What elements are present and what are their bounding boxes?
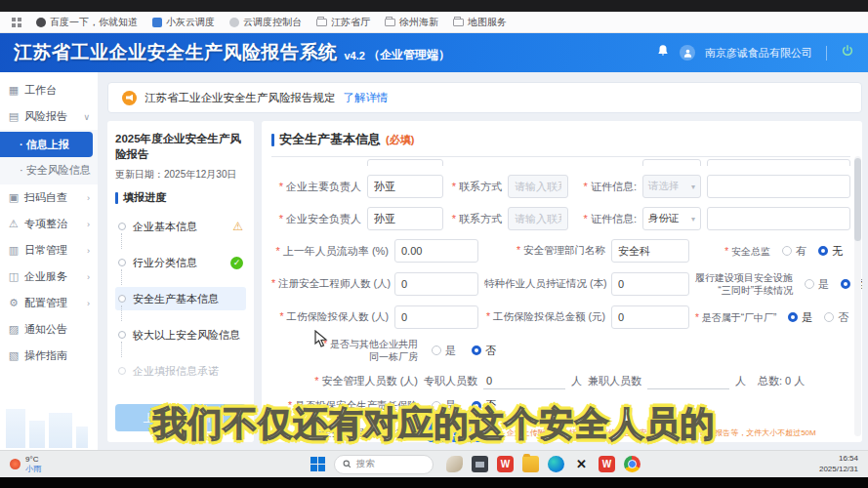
file-explorer-icon[interactable] <box>522 456 539 472</box>
sidebar-item-special-rectify[interactable]: ⚠ 专项整治 › <box>0 211 98 237</box>
bookmark-cloud-dispatch[interactable]: 小灰云调度 <box>152 16 215 29</box>
amount-input[interactable] <box>611 305 689 329</box>
avatar[interactable] <box>680 45 695 61</box>
wps-office-icon[interactable]: W <box>599 456 615 472</box>
bell-icon[interactable] <box>656 44 670 61</box>
radio-label: 有 <box>796 244 806 259</box>
browser-chrome-top <box>0 0 868 12</box>
special-input[interactable] <box>611 272 689 296</box>
step-major-risk[interactable]: 较大以上安全风险信息 <box>115 323 246 346</box>
share-radio-no[interactable]: 否 <box>472 344 496 358</box>
sidebar-item-workbench[interactable]: ▦ 工作台 <box>0 77 98 103</box>
sidebar-item-label: 安全风险信息 <box>26 163 91 178</box>
step-label: 行业分类信息 <box>133 256 197 270</box>
wps-icon[interactable]: W <box>497 456 514 472</box>
upload-icon: ↥ <box>435 427 444 438</box>
chevron-right-icon: › <box>87 193 90 203</box>
clipped-select[interactable] <box>642 159 701 166</box>
sidebar-item-scan-selfcheck[interactable]: ▣ 扫码自查 › <box>0 184 98 211</box>
form-row-main-leader: 企业主要负责人 联系方式 证件信息: 请选择 ▾ <box>271 175 850 198</box>
main-cert-number-input[interactable] <box>707 175 850 198</box>
label-line1: 履行建设项目安全设施 <box>695 272 793 283</box>
upload-attachment-button[interactable]: ↥ 上传附件 <box>424 422 501 442</box>
step-industry-class[interactable]: 行业分类信息 ✓ <box>115 251 246 274</box>
director-radio-no[interactable]: 无 <box>818 244 843 259</box>
clipped-input[interactable] <box>367 159 443 166</box>
logout-power-icon[interactable] <box>841 44 854 61</box>
engineer-input[interactable] <box>394 272 478 296</box>
fif-radio-yes[interactable]: 是 <box>788 310 812 325</box>
safety-contact-input[interactable] <box>508 207 568 230</box>
main-contact-input[interactable] <box>508 175 568 198</box>
main-leader-label: 企业主要负责人 <box>271 180 361 194</box>
form-scrollbar-thumb[interactable] <box>854 158 861 241</box>
sidebar-item-label: 配置管理 <box>24 296 67 310</box>
director-radio-yes[interactable]: 有 <box>782 244 806 259</box>
safety-leader-input[interactable] <box>367 207 443 230</box>
apps-grid-icon[interactable] <box>12 18 21 27</box>
app-version: v4.2 <box>345 50 365 61</box>
caret-down-icon: ▾ <box>691 215 695 224</box>
sidebar-item-info-report[interactable]: · 信息上报 <box>0 132 93 157</box>
parttime-label: 兼职人员数 <box>588 374 641 388</box>
share-radio-yes[interactable]: 是 <box>432 344 456 358</box>
edge-icon[interactable] <box>548 456 564 472</box>
sidebar-item-notice[interactable]: ▨ 通知公告 <box>0 316 98 343</box>
radio-label: 否 <box>838 310 848 325</box>
safety-director-radio-group: 安全总监 有 无 <box>724 244 850 259</box>
sidebar-item-risk-report[interactable]: ▤ 风险报告 ∨ <box>0 103 98 130</box>
notice-detail-link[interactable]: 了解详情 <box>344 91 389 105</box>
sidebar-item-label: 通知公告 <box>24 322 67 337</box>
main-cert-type-select[interactable]: 请选择 ▾ <box>642 175 701 198</box>
bookmark-cloud-console[interactable]: 云调度控制台 <box>229 16 302 29</box>
dept-input[interactable] <box>611 239 689 263</box>
bookmark-baidu[interactable]: 百度一下，你就知道 <box>36 16 138 29</box>
sidebar-item-label: 专项整治 <box>24 217 67 231</box>
step-safety-basic[interactable]: 安全生产基本信息 <box>115 287 246 310</box>
x-app-icon[interactable]: ✕ <box>573 456 590 472</box>
turnover-input[interactable] <box>394 239 478 263</box>
form-row-shared-building: 是否与其他企业共用 同一栋厂房 是 否 <box>271 338 850 363</box>
sidebar-item-enterprise-service[interactable]: ◫ 企业服务 › <box>0 264 98 290</box>
step-enterprise-basic[interactable]: 企业基本信息 ⚠ <box>115 215 246 238</box>
weather-app-icon[interactable] <box>446 456 463 472</box>
bookmarks-bar: 百度一下，你就知道 小灰云调度 云调度控制台 江苏省厅 徐州海新 地图服务 <box>0 12 868 33</box>
liability-radio-no[interactable]: 否 <box>472 398 496 413</box>
start-button[interactable] <box>310 457 325 471</box>
clipped-input[interactable] <box>707 159 850 166</box>
sidebar-item-guide[interactable]: ▧ 操作指南 <box>0 343 98 369</box>
radio-label: 否 <box>485 398 496 413</box>
people-icon: ◫ <box>8 270 20 283</box>
parttime-input[interactable] <box>647 372 729 389</box>
company-name[interactable]: 南京彦诚食品有限公司 <box>705 46 812 61</box>
bookmark-folder-xuzhou[interactable]: 徐州海新 <box>385 16 438 29</box>
fulltime-input[interactable] <box>483 372 565 389</box>
safety-cert-type-select[interactable]: 身份证 ▾ <box>642 207 701 230</box>
dept-label: 安全管理部门名称 <box>484 244 605 258</box>
warning-icon: ⚠ <box>8 218 20 230</box>
bookmark-folder-map[interactable]: 地图服务 <box>453 16 507 29</box>
system-app-icon[interactable] <box>472 456 488 472</box>
liability-radio-yes[interactable]: 是 <box>432 398 456 413</box>
bookmark-folder-jiangsu[interactable]: 江苏省厅 <box>316 16 370 29</box>
taskbar-search[interactable]: 搜索 <box>334 455 434 474</box>
cert-label: 证件信息: <box>574 212 637 226</box>
step-dot <box>118 223 126 230</box>
submit-to-authority-button[interactable]: 上报给管理部门 <box>115 404 246 431</box>
insured-input[interactable] <box>394 305 478 329</box>
chrome-icon[interactable] <box>624 456 641 472</box>
three-sync-radio-yes[interactable]: 是 <box>805 277 829 292</box>
sidebar-item-daily-mgmt[interactable]: ▥ 日常管理 › <box>0 237 98 264</box>
sidebar-item-safety-risk-info[interactable]: · 安全风险信息 <box>0 157 98 183</box>
safety-cert-number-input[interactable] <box>707 207 850 230</box>
weather-widget[interactable]: 9°C 小雨 <box>10 455 41 473</box>
fif-radio-no[interactable]: 否 <box>824 310 848 325</box>
screen: 百度一下，你就知道 小灰云调度 云调度控制台 江苏省厅 徐州海新 地图服务 江苏… <box>0 0 868 488</box>
sidebar: ▦ 工作台 ▤ 风险报告 ∨ · 信息上报 · 安全风险信息 ▣ 扫 <box>0 72 98 450</box>
main-leader-input[interactable] <box>367 175 443 198</box>
content-area: 江苏省工业企业安全生产风险报告规定 了解详情 2025年度企业安全生产风险报告 … <box>98 72 868 450</box>
sidebar-item-label: 风险报告 <box>24 109 67 124</box>
sidebar-item-config-mgmt[interactable]: ⚙ 配置管理 › <box>0 290 98 316</box>
step-commitment[interactable]: 企业填报信息承诺 <box>115 359 246 383</box>
taskbar-clock[interactable]: 16:54 2025/12/31 <box>819 454 858 474</box>
